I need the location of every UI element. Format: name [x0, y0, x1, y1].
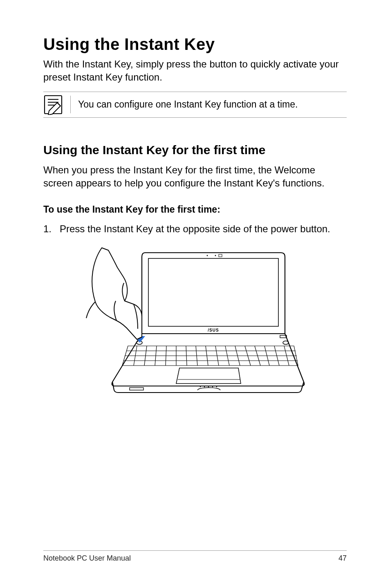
note-callout: You can configure one Instant Key functi… [43, 92, 347, 118]
svg-rect-5 [148, 258, 278, 326]
svg-rect-37 [212, 386, 213, 387]
svg-rect-35 [204, 386, 205, 387]
note-icon [43, 94, 63, 115]
hand-icon [86, 248, 142, 339]
page-title: Using the Instant Key [43, 35, 347, 54]
footer-left: Notebook PC User Manual [43, 554, 131, 563]
note-text: You can configure one Instant Key functi… [70, 96, 347, 113]
svg-point-6 [207, 255, 208, 256]
intro-paragraph: With the Instant Key, simply press the b… [43, 58, 347, 84]
step-1: 1. Press the Instant Key at the opposite… [43, 223, 347, 235]
page: Using the Instant Key With the Instant K… [0, 0, 390, 588]
procedure-lead: To use the Instant Key for the first tim… [43, 204, 347, 215]
laptop-illustration: /SUS [76, 245, 314, 416]
step-text: Press the Instant Key at the opposite si… [60, 223, 347, 235]
svg-rect-39 [130, 388, 143, 390]
footer-page-number: 47 [338, 554, 347, 563]
svg-rect-36 [208, 386, 209, 387]
illustration-wrap: /SUS [43, 245, 347, 416]
svg-rect-34 [200, 386, 201, 387]
section-heading: Using the Instant Key for the first time [43, 143, 347, 157]
page-footer: Notebook PC User Manual 47 [43, 550, 347, 563]
note-icon-wrap [43, 92, 70, 117]
svg-rect-8 [219, 254, 222, 257]
svg-text:/SUS: /SUS [208, 328, 219, 332]
svg-point-7 [215, 255, 216, 256]
svg-rect-38 [216, 386, 217, 387]
step-number: 1. [43, 223, 60, 235]
section-intro: When you press the Instant Key for the f… [43, 164, 347, 190]
